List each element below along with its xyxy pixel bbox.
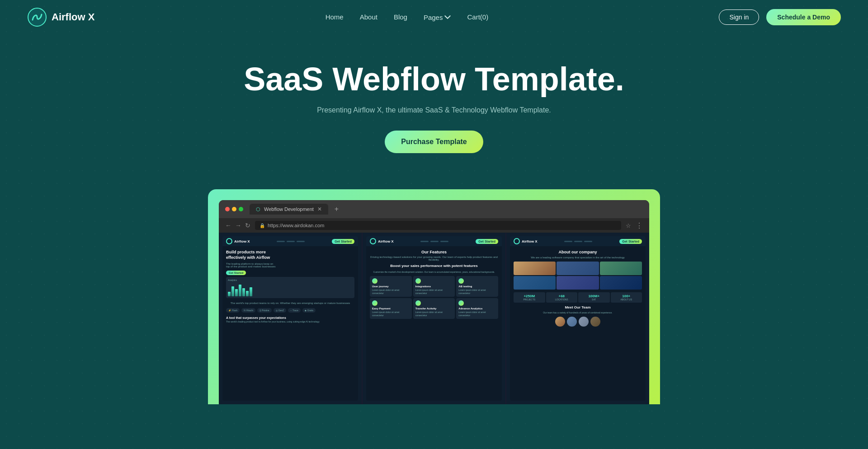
feature-grid: User journey Lorem ipsum dolor sit amet … [370, 276, 498, 319]
panel1-headline: Build products more effectively with Air… [226, 250, 280, 260]
bookmark-icon[interactable]: ☆ [626, 222, 631, 229]
nav-links: Home About Blog Pages Cart(0) [326, 13, 488, 21]
stat-locations: +68 LOCATIONS [546, 292, 578, 303]
feature-name-4: Easy Payment [372, 307, 410, 310]
feature-desc-1: Lorem ipsum dolor sit amet consectetur [372, 289, 410, 295]
browser-chrome: ⬡ Webflow Development ✕ + ← → ↻ 🔒 https:… [219, 200, 649, 404]
panel2-title: Our Features [370, 250, 498, 254]
feature-easy-payment: Easy Payment Lorem ipsum dolor sit amet … [370, 298, 412, 319]
logo-link[interactable]: Airflow X [27, 7, 94, 27]
panel2-logo: Airflow X [370, 238, 394, 244]
more-options-icon[interactable]: ⋮ [636, 221, 643, 230]
panel1-body: Build products more effectively with Air… [222, 246, 358, 326]
feature-ab-testing: AB testing Lorem ipsum dolor sit amet co… [456, 276, 498, 297]
nav-cart[interactable]: Cart(0) [467, 13, 488, 21]
photo-1 [514, 262, 556, 275]
panel3-logo-text: Airflow X [522, 239, 538, 243]
schedule-demo-button[interactable]: Schedule a Demo [766, 9, 841, 25]
address-bar[interactable]: 🔒 https://www.airdokan.com [255, 221, 621, 230]
bar-7 [250, 287, 252, 296]
signin-button[interactable]: Sign in [719, 9, 759, 25]
panel2-sub: Driving technology-based solutions for y… [370, 256, 498, 261]
panel3-header: Airflow X Get Started [510, 236, 646, 246]
nav-pages-dropdown[interactable]: Pages [424, 14, 451, 21]
maximize-window-dot[interactable] [239, 207, 243, 211]
panel2-cta: Get Started [476, 239, 498, 244]
feature-name-2: Integrations [415, 285, 453, 288]
reload-icon[interactable]: ↻ [245, 222, 250, 229]
feature-user-journey: User journey Lorem ipsum dolor sit amet … [370, 276, 412, 297]
site-panel-homepage: Airflow X Get Started Build products mor… [219, 233, 362, 404]
browser-nav-buttons: ← → ↻ [225, 222, 250, 229]
panel3-title: About our company [514, 250, 642, 254]
bar-1 [228, 292, 231, 296]
photo-6 [600, 276, 642, 290]
nav-actions: Sign in Schedule a Demo [719, 9, 841, 25]
forward-icon[interactable]: → [235, 222, 241, 229]
feature-desc-4: Lorem ipsum dolor sit amet consectetur [372, 311, 410, 317]
panel2-nav [420, 241, 448, 242]
url-text: https://www.airdokan.com [268, 223, 324, 228]
photo-grid [514, 262, 642, 290]
purchase-template-button[interactable]: Purchase Template [385, 131, 483, 153]
bar-4 [239, 285, 241, 296]
stat-locations-label: LOCATIONS [548, 298, 576, 301]
panel3-sub: We are a leading software company that s… [514, 256, 642, 259]
panel2-logo-circle [370, 238, 376, 244]
feature-advance-analytics: Advance Analytics Lorem ipsum dolor sit … [456, 298, 498, 319]
new-tab-button[interactable]: + [333, 205, 340, 213]
logo-icon [27, 7, 47, 27]
panel1-sub: The leading platform to always keep on t… [226, 262, 276, 268]
stat-about-num: 100+ [613, 294, 641, 298]
panel2-header: Airflow X Get Started [366, 236, 502, 246]
minimize-window-dot[interactable] [232, 207, 236, 211]
panel3-logo-circle [514, 238, 520, 244]
stat-sat: 100M+ SAT [578, 292, 610, 303]
logo-pristine: §Pristine [257, 308, 271, 313]
stat-projects-label: PROJECTS [515, 298, 543, 301]
photo-4 [514, 276, 556, 290]
nav-blog[interactable]: Blog [394, 13, 407, 21]
browser-tab[interactable]: ⬡ Webflow Development ✕ [250, 204, 328, 215]
close-window-dot[interactable] [225, 207, 230, 211]
panel2-tagline: Boost your sales performance with potent… [370, 264, 498, 268]
feature-desc-3: Lorem ipsum dolor sit amet consectetur [458, 289, 496, 295]
panel1-section-title: A tool that surpasses your expectations [226, 316, 354, 319]
site-panel-about: Airflow X Get Started About our company … [506, 233, 649, 404]
feature-name-3: AB testing [458, 285, 496, 288]
panel1-section-sub: The world's leading product tool to Airf… [226, 320, 354, 323]
logo-hitachi: NHitachi [241, 308, 255, 313]
lock-icon: 🔒 [259, 223, 265, 228]
stat-sat-num: 100M+ [580, 294, 608, 298]
back-icon[interactable]: ← [225, 222, 231, 229]
logo-trace: ~Trace [288, 308, 301, 313]
panel1-hero-btn: Get Started [226, 271, 246, 275]
bar-3 [235, 289, 238, 296]
panel1-dashboard: Analytics [226, 277, 354, 298]
site-panel-features: Airflow X Get Started Our Features Drivi… [363, 233, 505, 404]
nav-about[interactable]: About [360, 13, 377, 21]
chevron-down-icon [444, 14, 451, 20]
photo-3 [600, 262, 642, 275]
panel1-cta: Get Started [332, 239, 354, 244]
panel1-dashboard-label: Analytics [228, 279, 353, 281]
panel1-logos: ⚡Flash NHitachi §Pristine ◎GenZ ~Trace ◆… [226, 308, 354, 313]
feature-name-6: Advance Analytics [458, 307, 496, 310]
stat-about-label: ABOUT US [613, 298, 641, 301]
panel2-logo-text: Airflow X [378, 239, 394, 243]
nav-home[interactable]: Home [326, 13, 344, 21]
team-title: Meet Our Team [514, 305, 642, 309]
bar-6 [246, 291, 249, 296]
feature-desc-2: Lorem ipsum dolor sit amet consectetur [415, 289, 453, 295]
navbar: Airflow X Home About Blog Pages Cart(0) … [0, 0, 868, 34]
browser-mockup: ⬡ Webflow Development ✕ + ← → ↻ 🔒 https:… [208, 189, 660, 404]
logo-flash: ⚡Flash [226, 308, 240, 313]
photo-2 [557, 262, 599, 275]
tab-close-icon[interactable]: ✕ [317, 206, 322, 212]
panel1-logo-circle [226, 238, 232, 244]
logo-gratis: ◆Gratis [302, 308, 316, 313]
logo-genz: ◎GenZ [274, 308, 287, 313]
team-row [514, 317, 642, 327]
panel1-header: Airflow X Get Started [222, 236, 358, 246]
feature-name-1: User journey [372, 285, 410, 288]
